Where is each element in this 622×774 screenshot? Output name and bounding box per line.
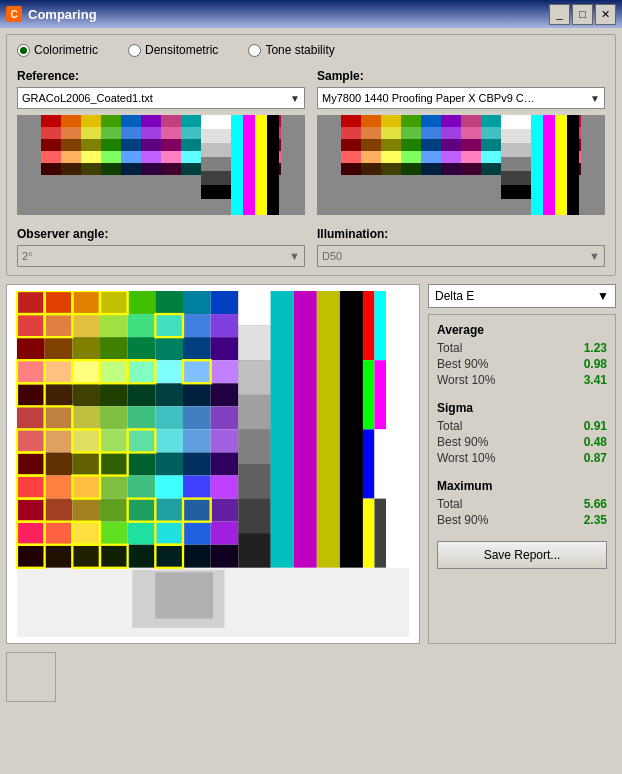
obs-illum-row: Observer angle: 2° ▼ Illumination: D50 ▼ bbox=[17, 227, 605, 267]
svg-rect-40 bbox=[121, 151, 141, 163]
svg-rect-160 bbox=[128, 337, 156, 360]
svg-rect-185 bbox=[155, 406, 183, 429]
bottom-thumbnail bbox=[6, 652, 56, 702]
svg-rect-107 bbox=[361, 151, 381, 163]
svg-rect-171 bbox=[211, 360, 239, 383]
svg-rect-55 bbox=[181, 163, 201, 175]
tone-stability-radio[interactable]: Tone stability bbox=[248, 43, 334, 57]
svg-rect-148 bbox=[17, 314, 45, 337]
average-best-row: Best 90% 0.98 bbox=[437, 357, 607, 371]
svg-rect-162 bbox=[183, 337, 211, 360]
svg-rect-96 bbox=[381, 139, 401, 151]
svg-rect-155 bbox=[211, 314, 239, 337]
svg-rect-98 bbox=[421, 139, 441, 151]
svg-rect-124 bbox=[461, 163, 481, 175]
observer-value: 2° bbox=[22, 250, 33, 262]
main-content: Colorimetric Densitometric Tone stabilit… bbox=[0, 28, 622, 774]
save-report-label: Save Report... bbox=[484, 548, 561, 562]
svg-rect-145 bbox=[155, 291, 183, 314]
svg-rect-119 bbox=[361, 163, 381, 175]
svg-rect-70 bbox=[341, 115, 361, 127]
maximize-button[interactable]: □ bbox=[572, 4, 593, 25]
sigma-total-label: Total bbox=[437, 419, 462, 433]
sample-dropdown[interactable]: My7800 1440 Proofing Paper X CBPv9 CGATS… bbox=[317, 87, 605, 109]
densitometric-radio-circle bbox=[128, 44, 141, 57]
svg-rect-196 bbox=[17, 452, 45, 475]
svg-rect-152 bbox=[128, 314, 156, 337]
titlebar: C Comparing _ □ ✕ bbox=[0, 0, 622, 28]
svg-rect-194 bbox=[183, 429, 211, 452]
colorimetric-radio[interactable]: Colorimetric bbox=[17, 43, 98, 57]
svg-rect-41 bbox=[141, 151, 161, 163]
svg-rect-248 bbox=[340, 291, 363, 568]
ref-sample-row: Reference: GRACoL2006_Coated1.txt ▼ bbox=[17, 69, 605, 215]
svg-rect-50 bbox=[81, 163, 101, 175]
svg-rect-233 bbox=[155, 545, 183, 568]
svg-rect-187 bbox=[211, 406, 239, 429]
svg-rect-121 bbox=[401, 163, 421, 175]
window-controls: _ □ ✕ bbox=[549, 4, 616, 25]
delta-e-dropdown[interactable]: Delta E ▼ bbox=[428, 284, 616, 308]
svg-rect-250 bbox=[363, 360, 375, 429]
svg-rect-4 bbox=[121, 115, 141, 127]
svg-rect-7 bbox=[181, 115, 201, 127]
svg-rect-244 bbox=[238, 533, 270, 568]
minimize-button[interactable]: _ bbox=[549, 4, 570, 25]
save-report-button[interactable]: Save Report... bbox=[437, 541, 607, 569]
svg-rect-67 bbox=[243, 115, 255, 215]
sigma-worst-label: Worst 10% bbox=[437, 451, 495, 465]
svg-rect-42 bbox=[161, 151, 181, 163]
svg-rect-97 bbox=[401, 139, 421, 151]
svg-rect-213 bbox=[45, 499, 73, 522]
svg-rect-85 bbox=[401, 127, 421, 139]
svg-rect-165 bbox=[45, 360, 73, 383]
svg-rect-30 bbox=[161, 139, 181, 151]
svg-rect-150 bbox=[72, 314, 100, 337]
chart-inner bbox=[13, 291, 413, 637]
svg-rect-209 bbox=[155, 476, 183, 499]
svg-rect-135 bbox=[501, 185, 531, 199]
svg-rect-17 bbox=[141, 127, 161, 139]
average-title: Average bbox=[437, 323, 607, 337]
svg-rect-144 bbox=[128, 291, 156, 314]
svg-rect-158 bbox=[72, 337, 100, 360]
svg-rect-141 bbox=[45, 291, 73, 314]
svg-rect-38 bbox=[81, 151, 101, 163]
svg-rect-49 bbox=[61, 163, 81, 175]
reference-dropdown[interactable]: GRACoL2006_Coated1.txt ▼ bbox=[17, 87, 305, 109]
svg-rect-259 bbox=[155, 572, 213, 618]
svg-rect-82 bbox=[341, 127, 361, 139]
svg-rect-172 bbox=[17, 383, 45, 406]
svg-rect-3 bbox=[101, 115, 121, 127]
svg-rect-228 bbox=[17, 545, 45, 568]
svg-rect-203 bbox=[211, 452, 239, 475]
svg-rect-54 bbox=[161, 163, 181, 175]
svg-rect-63 bbox=[201, 157, 231, 171]
svg-rect-139 bbox=[567, 115, 579, 215]
maximum-best-value: 2.35 bbox=[584, 513, 607, 527]
svg-rect-13 bbox=[61, 127, 81, 139]
svg-rect-215 bbox=[100, 499, 128, 522]
svg-rect-83 bbox=[361, 127, 381, 139]
svg-rect-1 bbox=[61, 115, 81, 127]
illumination-dropdown[interactable]: D50 ▼ bbox=[317, 245, 605, 267]
svg-rect-167 bbox=[100, 360, 128, 383]
colorimetric-label: Colorimetric bbox=[34, 43, 98, 57]
svg-rect-161 bbox=[155, 337, 183, 360]
sigma-best-value: 0.48 bbox=[584, 435, 607, 449]
svg-rect-159 bbox=[100, 337, 128, 360]
reference-column: Reference: GRACoL2006_Coated1.txt ▼ bbox=[17, 69, 305, 215]
svg-rect-168 bbox=[128, 360, 156, 383]
close-button[interactable]: ✕ bbox=[595, 4, 616, 25]
svg-rect-95 bbox=[361, 139, 381, 151]
svg-rect-179 bbox=[211, 383, 239, 406]
svg-rect-143 bbox=[100, 291, 128, 314]
observer-dropdown[interactable]: 2° ▼ bbox=[17, 245, 305, 267]
average-section: Average Total 1.23 Best 90% 0.98 Worst 1… bbox=[437, 323, 607, 387]
svg-rect-132 bbox=[501, 143, 531, 157]
colorimetric-radio-circle bbox=[17, 44, 30, 57]
average-worst-row: Worst 10% 3.41 bbox=[437, 373, 607, 387]
svg-rect-186 bbox=[183, 406, 211, 429]
densitometric-radio[interactable]: Densitometric bbox=[128, 43, 218, 57]
svg-rect-39 bbox=[101, 151, 121, 163]
